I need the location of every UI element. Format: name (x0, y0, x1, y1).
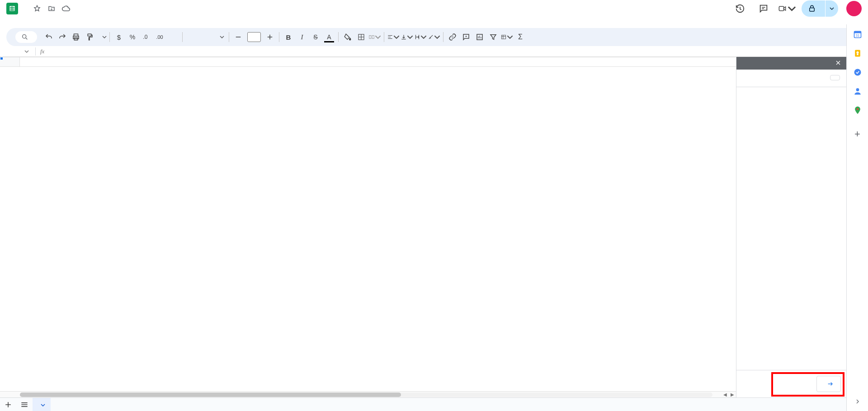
keep-app-icon[interactable] (853, 49, 862, 58)
svg-point-22 (856, 108, 858, 110)
more-formats-button[interactable] (167, 31, 179, 43)
decrease-decimal-button[interactable]: .0 (140, 31, 152, 43)
add-sheet-button[interactable] (0, 400, 16, 409)
svg-point-4 (23, 35, 26, 38)
currency-button[interactable]: $ (113, 31, 125, 43)
font-size-input[interactable] (247, 32, 261, 42)
increase-font-button[interactable] (264, 31, 276, 43)
print-button[interactable] (70, 31, 82, 43)
h-align-button[interactable] (387, 31, 400, 43)
sheets-logo[interactable] (6, 3, 18, 14)
sheet-tab[interactable] (33, 398, 51, 411)
undo-button[interactable] (42, 31, 55, 43)
fx-icon: fx (38, 48, 46, 55)
bold-button[interactable]: B (282, 31, 295, 43)
spreadsheet-grid[interactable]: ◀ ▶ (0, 57, 736, 397)
paint-format-button[interactable] (83, 31, 96, 43)
share-button[interactable] (802, 0, 825, 17)
svg-rect-10 (372, 36, 374, 39)
svg-rect-9 (369, 36, 371, 39)
fill-color-button[interactable] (341, 31, 354, 43)
star-icon[interactable] (33, 4, 42, 13)
side-panel (736, 57, 846, 397)
calendar-app-icon[interactable]: 31 (853, 30, 862, 39)
side-rail: 31 + (846, 24, 868, 411)
close-panel-button[interactable] (835, 59, 842, 68)
name-box[interactable] (4, 49, 33, 54)
functions-button[interactable]: Σ (514, 31, 527, 43)
scroll-left-button[interactable]: ◀ (722, 392, 729, 397)
svg-point-18 (856, 51, 859, 54)
share-dropdown[interactable] (826, 0, 838, 17)
merge-button[interactable] (368, 31, 381, 43)
wrap-button[interactable] (414, 31, 427, 43)
filter-button[interactable] (487, 31, 500, 43)
topup-button[interactable] (830, 75, 840, 80)
svg-point-21 (856, 88, 859, 91)
svg-text:A: A (429, 37, 431, 39)
svg-rect-0 (10, 6, 15, 11)
strike-button[interactable]: S (309, 31, 322, 43)
tasks-app-icon[interactable] (853, 68, 862, 77)
redo-button[interactable] (56, 31, 69, 43)
svg-rect-2 (779, 6, 783, 11)
meet-button[interactable] (778, 0, 796, 18)
account-avatar[interactable] (846, 1, 862, 16)
rotate-button[interactable]: A (428, 31, 440, 43)
comments-icon[interactable] (755, 0, 773, 18)
chart-button[interactable] (473, 31, 486, 43)
zoom-select[interactable] (97, 35, 107, 39)
svg-text:31: 31 (855, 33, 859, 37)
horizontal-scrollbar[interactable]: ◀ ▶ (0, 391, 736, 397)
svg-rect-19 (857, 54, 858, 55)
cloud-icon[interactable] (61, 4, 71, 13)
italic-button[interactable]: I (296, 31, 308, 43)
borders-button[interactable] (355, 31, 368, 43)
comment-button[interactable] (460, 31, 472, 43)
text-color-button[interactable]: A (323, 31, 335, 43)
link-button[interactable] (446, 31, 459, 43)
toolbar: $ % .0 .00 B I S A A (6, 28, 862, 46)
maps-app-icon[interactable] (853, 106, 862, 115)
percent-button[interactable]: % (126, 31, 139, 43)
v-align-button[interactable] (401, 31, 413, 43)
decrease-font-button[interactable] (232, 31, 245, 43)
svg-rect-15 (854, 31, 861, 33)
contacts-app-icon[interactable] (853, 87, 862, 96)
scroll-right-button[interactable]: ▶ (729, 392, 736, 397)
table-button[interactable] (500, 31, 513, 43)
svg-rect-13 (501, 35, 505, 39)
quick-start-button[interactable] (816, 376, 841, 392)
all-sheets-button[interactable] (16, 400, 33, 409)
increase-decimal-button[interactable]: .00 (153, 31, 166, 43)
svg-point-20 (854, 69, 861, 76)
formula-input[interactable] (46, 48, 868, 55)
history-icon[interactable] (731, 0, 749, 18)
add-app-button[interactable]: + (854, 128, 860, 140)
font-select[interactable] (185, 35, 226, 39)
hide-rail-button[interactable] (854, 398, 861, 406)
svg-rect-3 (810, 8, 815, 12)
move-icon[interactable] (47, 4, 56, 13)
menu-search[interactable] (11, 29, 42, 45)
doc-title[interactable] (23, 8, 28, 9)
